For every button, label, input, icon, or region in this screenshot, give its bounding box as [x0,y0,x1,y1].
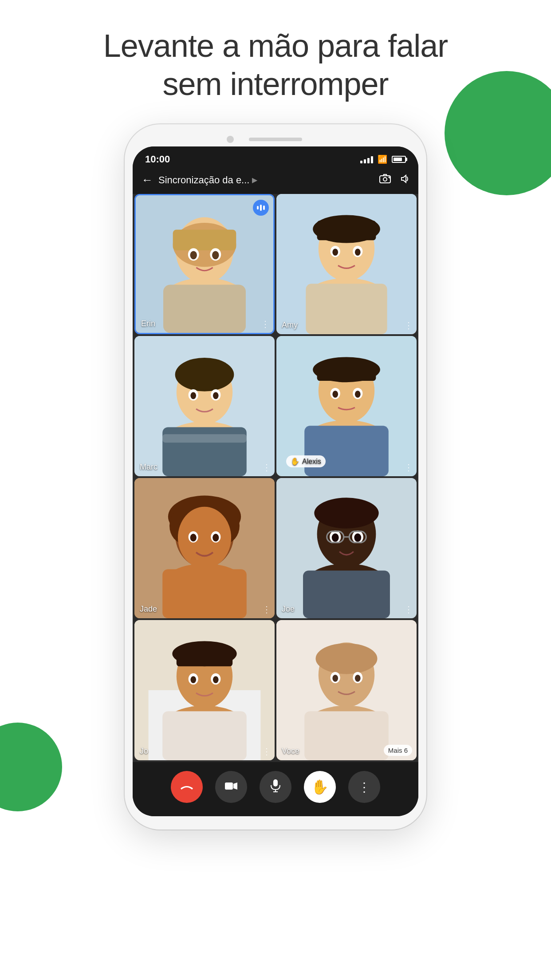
svg-rect-27 [162,434,247,443]
speaking-indicator-erin [253,200,269,216]
marc-name-label: Marc [140,462,157,472]
svg-point-61 [332,533,339,542]
svg-rect-86 [225,782,233,790]
participant-cell-erin: Erin ⋮ [134,194,275,334]
participant-cell-alexis: ✋ Alexis ⋮ [276,336,417,476]
svg-rect-49 [162,569,247,618]
jo-name-label: Jo [140,747,148,756]
mic-toggle-button[interactable] [260,771,291,803]
phone-wrapper: 10:00 📶 ← Sin [125,124,426,830]
more-participants-badge: Mais 6 [384,745,412,756]
raise-hand-button[interactable]: ✋ [304,771,336,803]
svg-point-15 [313,215,380,243]
status-time: 10:00 [145,154,170,165]
signal-bar-3 [367,158,370,163]
phone-screen: 10:00 📶 ← Sin [133,146,418,816]
jo-photo [134,620,275,760]
svg-rect-0 [380,176,390,183]
svg-point-79 [315,643,377,674]
svg-point-21 [355,249,361,256]
svg-point-30 [190,392,196,399]
svg-point-76 [213,676,219,683]
camera-switch-icon[interactable] [379,174,391,186]
svg-rect-81 [304,711,389,760]
joe-more-button[interactable]: ⋮ [404,604,413,615]
svg-point-1 [383,178,387,181]
speaking-bar-3 [263,205,265,210]
amy-more-button[interactable]: ⋮ [404,320,413,331]
erin-more-button[interactable]: ⋮ [261,319,270,329]
wifi-icon: 📶 [378,154,387,164]
svg-point-75 [190,676,196,683]
svg-point-11 [212,251,219,260]
signal-bars-icon [360,155,373,163]
voce-photo [276,620,417,760]
marc-more-button[interactable]: ⋮ [262,462,271,473]
svg-point-53 [213,534,219,541]
microphone-icon [270,779,281,795]
svg-point-85 [355,675,361,682]
amy-name-label: Amy [282,320,298,330]
marc-photo [134,336,275,476]
signal-bar-2 [364,159,366,163]
participant-cell-amy: Amy ⋮ [276,194,417,334]
phone-frame: 10:00 📶 ← Sin [125,124,426,830]
svg-rect-72 [162,711,247,760]
svg-point-40 [332,391,338,398]
svg-point-35 [313,357,380,382]
alexis-name-label: ✋ Alexis [286,455,326,467]
svg-point-56 [314,498,378,529]
amy-photo [276,194,417,334]
svg-point-41 [355,391,361,398]
speaker-icon[interactable] [400,174,409,186]
headline-line2: sem interromper [162,66,388,102]
jo-more-button[interactable]: ⋮ [262,746,271,757]
svg-rect-88 [273,779,278,786]
battery-icon [392,156,406,163]
svg-point-52 [190,534,197,541]
status-bar: 10:00 📶 [133,146,418,169]
svg-rect-5 [173,230,236,251]
svg-point-20 [332,249,338,256]
meeting-title: Sincronização da e... ▶ [158,174,374,186]
top-nav: ← Sincronização da e... ▶ [133,169,418,194]
svg-rect-37 [304,426,389,476]
video-toggle-button[interactable] [215,771,247,803]
back-button[interactable]: ← [142,173,153,187]
jade-photo [134,478,275,618]
headline-line1: Levante a mão para falar [103,28,448,63]
svg-rect-7 [163,285,246,333]
title-expand-icon[interactable]: ▶ [252,176,257,184]
bg-circle-bottom-left [0,723,62,811]
headline: Levante a mão para falar sem interromper [0,27,551,103]
participant-cell-marc: Marc ⋮ [134,336,275,476]
svg-rect-17 [306,284,387,334]
alexis-more-button[interactable]: ⋮ [404,462,413,473]
phone-speaker [249,138,302,141]
status-icons: 📶 [360,154,406,164]
more-options-icon: ⋮ [358,780,370,794]
erin-photo [136,195,273,333]
end-call-button[interactable] [171,771,203,803]
nav-icons [379,174,409,186]
jade-more-button[interactable]: ⋮ [262,604,271,615]
participant-cell-jo: Jo ⋮ [134,620,275,760]
participant-cell-voce: Voce Mais 6 [276,620,417,760]
video-grid: Erin ⋮ [133,194,418,762]
svg-point-70 [172,641,236,666]
signal-bar-4 [371,156,373,163]
svg-point-31 [213,392,219,399]
video-camera-icon [224,780,238,794]
svg-marker-87 [233,782,237,790]
more-options-button[interactable]: ⋮ [348,771,380,803]
erin-name-label: Erin [141,319,155,328]
svg-point-84 [332,675,338,682]
svg-point-62 [354,533,361,542]
phone-camera [227,136,234,143]
joe-name-label: Joe [282,605,295,614]
meeting-title-text: Sincronização da e... [158,174,249,186]
end-call-icon [180,780,194,794]
hand-raise-icon: ✋ [291,457,299,466]
svg-point-10 [190,251,197,260]
speaking-bar-2 [260,205,262,211]
